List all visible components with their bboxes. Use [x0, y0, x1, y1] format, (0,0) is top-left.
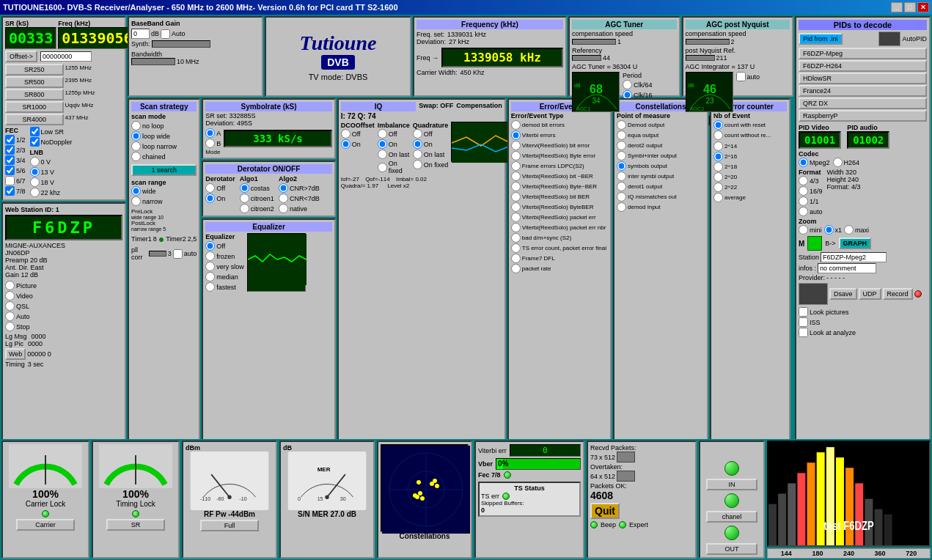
eq-vslow[interactable] — [205, 262, 215, 271]
sr250-btn[interactable]: SR250 — [5, 64, 64, 75]
agc-auto-check[interactable] — [736, 72, 746, 81]
const-symbl[interactable] — [617, 151, 626, 161]
sr4000-btn[interactable]: SR4000 — [5, 114, 64, 125]
fmt-11[interactable] — [799, 196, 808, 206]
const-demod[interactable] — [617, 120, 626, 130]
mode-b[interactable] — [205, 139, 215, 148]
infos-input[interactable] — [818, 263, 876, 273]
auto-radio[interactable] — [5, 312, 15, 321]
quad-off[interactable] — [413, 129, 422, 139]
graph-btn[interactable]: GRAPH — [839, 237, 872, 249]
err-viterbi-byteber[interactable] — [511, 202, 521, 212]
look-analyze-check[interactable] — [799, 328, 808, 337]
dsave-btn[interactable]: Dsave — [829, 288, 857, 300]
fec-56[interactable] — [5, 166, 15, 175]
imbal-off[interactable] — [378, 129, 387, 139]
low-sr-check[interactable] — [30, 127, 40, 136]
errval-18[interactable] — [713, 162, 723, 172]
err-viterbi-pkt[interactable] — [511, 213, 521, 222]
const-inter[interactable] — [617, 172, 626, 181]
const-equa[interactable] — [617, 130, 626, 140]
pll-auto-check[interactable] — [173, 249, 183, 259]
sr800-btn[interactable]: SR800 — [5, 89, 64, 100]
err-frame7[interactable] — [511, 254, 521, 263]
const-demod-in[interactable] — [617, 202, 626, 212]
algo2-native[interactable] — [279, 204, 288, 213]
errval-avg[interactable] — [713, 193, 723, 202]
search-btn[interactable]: 1 search — [131, 164, 197, 176]
offset-button[interactable]: Offset-> — [5, 51, 37, 62]
dco-on[interactable] — [341, 139, 351, 149]
zoom-maxi[interactable] — [844, 225, 854, 235]
chanel-btn[interactable]: chanel — [706, 511, 757, 523]
pid-from-btn[interactable]: Pid from .ini — [799, 33, 843, 45]
agc-ref-slider[interactable] — [572, 55, 601, 61]
france24-btn[interactable]: France24 — [799, 85, 927, 97]
stop-radio[interactable] — [5, 322, 15, 331]
derot-on[interactable] — [205, 194, 215, 203]
raspberry-btn[interactable]: RaspberryP — [799, 110, 927, 122]
full-btn[interactable]: Full — [200, 520, 259, 531]
count-no-reset[interactable] — [713, 130, 723, 140]
hd-low-sr-btn[interactable]: HDlowSR — [799, 73, 927, 84]
errval-22[interactable] — [713, 183, 723, 192]
err-demod[interactable] — [511, 120, 521, 130]
sr-btn[interactable]: SR — [106, 519, 165, 531]
fec-78[interactable] — [5, 186, 15, 196]
look-pictures-check[interactable] — [799, 307, 808, 317]
fec-67[interactable] — [5, 176, 15, 185]
pll-slider[interactable] — [149, 251, 166, 257]
agc-nyq-ref-slider[interactable] — [686, 55, 715, 61]
errval-16[interactable] — [713, 152, 723, 161]
agc-nyq-slider[interactable] — [686, 39, 730, 45]
clk64[interactable] — [623, 80, 632, 89]
f6dzp-h264-btn[interactable]: F6DZP-H264 — [799, 60, 927, 72]
eq-median[interactable] — [205, 272, 215, 281]
agc-tuner-slider[interactable] — [572, 39, 616, 45]
algo1-costas[interactable] — [240, 183, 249, 193]
lnb-18v[interactable] — [30, 177, 40, 187]
lnb-22k[interactable] — [30, 188, 40, 197]
quit-btn[interactable]: Quit — [590, 503, 620, 519]
pic-radio[interactable] — [5, 281, 15, 290]
err-vrs-bit[interactable] — [511, 141, 521, 150]
const-symbols[interactable] — [617, 161, 626, 171]
err-frame-ldpc[interactable] — [511, 161, 521, 171]
fec-34[interactable] — [5, 155, 15, 165]
codec-mpeg2[interactable] — [799, 158, 808, 167]
algo2-cnr7[interactable] — [279, 183, 288, 193]
out-btn[interactable]: OUT — [706, 543, 757, 555]
derot-off[interactable] — [205, 183, 215, 193]
minimize-button[interactable]: _ — [891, 2, 903, 12]
err-viterbi-tilde-bit[interactable] — [511, 172, 521, 181]
lnb-0v[interactable] — [30, 157, 40, 166]
codec-h264[interactable] — [833, 158, 843, 167]
algo1-c2[interactable] — [240, 204, 249, 213]
in-btn[interactable]: IN — [706, 479, 757, 490]
fec-23[interactable] — [5, 145, 15, 155]
errval-20[interactable] — [713, 172, 723, 182]
quad-last[interactable] — [413, 150, 422, 159]
lnb-13v[interactable] — [30, 167, 40, 177]
carrier-btn[interactable]: Carrier — [16, 519, 75, 531]
baseband-gain-input[interactable] — [131, 29, 150, 39]
dco-off[interactable] — [341, 129, 351, 139]
const-iq-mis[interactable] — [617, 192, 626, 202]
offset-value[interactable]: 00000000 — [40, 51, 92, 62]
algo2-cnrlt7[interactable] — [279, 194, 288, 203]
bandwidth-slider[interactable] — [131, 58, 175, 65]
eq-fastest[interactable] — [205, 282, 215, 292]
zoom-x1[interactable] — [824, 225, 834, 235]
scan-no-loop[interactable] — [131, 121, 141, 130]
auto-check[interactable] — [161, 29, 170, 39]
range-wide[interactable] — [131, 186, 141, 196]
synth-slider[interactable] — [152, 40, 210, 48]
scan-loop-narrow[interactable] — [131, 141, 141, 151]
err-viterbi-ber-bit[interactable] — [511, 192, 521, 202]
const-derot1[interactable] — [617, 182, 626, 191]
err-viterbi-pkt-nbr[interactable] — [511, 223, 521, 232]
udp-btn[interactable]: UDP — [859, 288, 881, 300]
err-bad-sync[interactable] — [511, 233, 521, 243]
eq-frozen[interactable] — [205, 251, 215, 261]
no-doppler-check[interactable] — [30, 137, 40, 147]
